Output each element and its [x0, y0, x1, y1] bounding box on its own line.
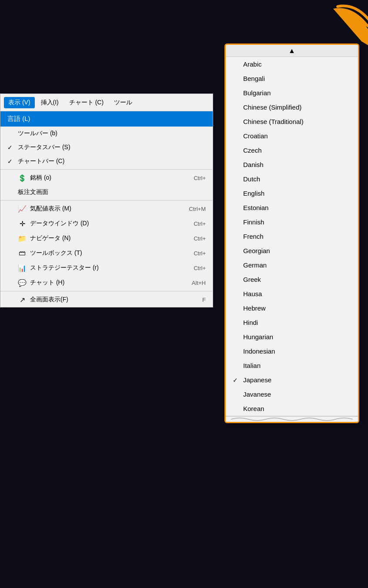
lang-label-24: Korean: [243, 405, 264, 412]
lang-item-hungarian[interactable]: Hungarian: [226, 330, 358, 344]
menu-item-market[interactable]: 📈 気配値表示 (M) Ctrl+M: [0, 201, 213, 216]
lang-check-22: ✓: [233, 377, 240, 384]
menu-item-chartbar[interactable]: ✓ チャートバー (C): [0, 154, 213, 168]
navigator-icon: 📁: [18, 234, 27, 243]
check-chartbar: ✓: [7, 158, 14, 165]
toolbox-label: ツールボックス (T): [30, 249, 82, 257]
strategy-label: ストラテジーテスター (r): [30, 264, 99, 272]
lang-label-20: Indonesian: [243, 347, 275, 355]
menu-bar-insert[interactable]: 挿入(I): [37, 97, 63, 108]
data-label: データウインドウ (D): [30, 220, 89, 227]
language-label: 言語 (L): [7, 115, 30, 123]
lang-item-bulgarian[interactable]: Bulgarian: [226, 86, 358, 100]
chat-label: チャット (H): [30, 279, 64, 287]
lang-item-croatian[interactable]: Croatian: [226, 129, 358, 143]
lang-item-georgian[interactable]: Georgian: [226, 244, 358, 258]
check-statusbar: ✓: [7, 144, 14, 151]
toolbox-shortcut: Ctrl+: [194, 250, 206, 257]
symbol-shortcut: Ctrl+: [194, 175, 206, 181]
menu-item-navigator[interactable]: 📁 ナビゲータ (N) Ctrl+: [0, 231, 213, 246]
menu-bar-view[interactable]: 表示 (V): [4, 97, 35, 108]
lang-label-8: Dutch: [243, 175, 260, 183]
statusbar-label: ステータスバー (S): [18, 144, 70, 151]
toolbar-label: ツールバー (b): [18, 130, 57, 137]
menu-item-fullscreen[interactable]: ↗ 全画面表示(F) F: [0, 292, 213, 307]
fullscreen-label: 全画面表示(F): [30, 296, 68, 304]
menu-item-board[interactable]: 板注文画面: [0, 185, 213, 199]
lang-label-14: German: [243, 261, 267, 269]
lang-label-21: Italian: [243, 362, 261, 369]
lang-item-dutch[interactable]: Dutch: [226, 172, 358, 186]
lang-item-italian[interactable]: Italian: [226, 358, 358, 373]
lang-label-11: Finnish: [243, 218, 264, 226]
menu-item-strategy[interactable]: 📊 ストラテジーテスター (r) Ctrl+: [0, 261, 213, 275]
menu-item-toolbox[interactable]: 🗃 ツールボックス (T) Ctrl+: [0, 246, 213, 261]
lang-label-17: Hebrew: [243, 304, 266, 312]
strategy-shortcut: Ctrl+: [194, 265, 206, 271]
lang-label-13: Georgian: [243, 247, 270, 254]
lang-item-japanese[interactable]: ✓Japanese: [226, 373, 358, 387]
navigator-shortcut: Ctrl+: [194, 235, 206, 242]
menu-item-statusbar[interactable]: ✓ ステータスバー (S): [0, 140, 213, 154]
toolbox-icon: 🗃: [18, 249, 27, 257]
language-dropdown: ▲ ArabicBengaliBulgarianChinese (Simplif…: [224, 43, 359, 423]
lang-item-hausa[interactable]: Hausa: [226, 287, 358, 301]
lang-label-5: Croatian: [243, 132, 268, 140]
board-label: 板注文画面: [18, 188, 48, 196]
lang-item-arabic[interactable]: Arabic: [226, 57, 358, 71]
menu-item-data[interactable]: ✛ データウインドウ (D) Ctrl+: [0, 216, 213, 231]
lang-item-greek[interactable]: Greek: [226, 272, 358, 287]
lang-item-finnish[interactable]: Finnish: [226, 215, 358, 229]
main-menu: 表示 (V) 挿入(I) チャート (C) ツール 言語 (L) ツールバー (…: [0, 94, 213, 307]
chat-shortcut: Alt+H: [192, 280, 206, 286]
scroll-up-icon: ▲: [288, 47, 295, 55]
menu-bar-tools[interactable]: ツール: [110, 97, 137, 108]
chartbar-label: チャートバー (C): [18, 157, 64, 165]
lang-label-9: English: [243, 190, 264, 197]
market-label: 気配値表示 (M): [30, 205, 71, 213]
lang-item-bengali[interactable]: Bengali: [226, 71, 358, 86]
chat-icon: 💬: [18, 278, 27, 287]
separator-2: [0, 200, 213, 200]
lang-label-2: Bulgarian: [243, 89, 271, 97]
lang-item-german[interactable]: German: [226, 258, 358, 272]
lang-item-danish[interactable]: Danish: [226, 157, 358, 172]
symbol-label: 銘柄 (o): [30, 174, 51, 182]
separator-3: [0, 291, 213, 291]
scroll-bottom-indicator: [226, 416, 358, 422]
lang-label-0: Arabic: [243, 60, 262, 68]
navigator-label: ナビゲータ (N): [30, 234, 70, 242]
lang-item-english[interactable]: English: [226, 186, 358, 200]
lang-item-javanese[interactable]: Javanese: [226, 387, 358, 401]
symbol-icon: 💲: [18, 174, 27, 182]
market-icon: 📈: [18, 204, 27, 213]
scroll-up-button[interactable]: ▲: [226, 45, 358, 57]
lang-label-16: Hausa: [243, 290, 262, 297]
lang-item-czech[interactable]: Czech: [226, 143, 358, 157]
lang-label-3: Chinese (Simplified): [243, 104, 301, 111]
language-list: ArabicBengaliBulgarianChinese (Simplifie…: [226, 57, 358, 416]
menu-bar: 表示 (V) 挿入(I) チャート (C) ツール: [0, 94, 213, 111]
lang-label-23: Javanese: [243, 391, 271, 398]
lang-item-chinese-traditional[interactable]: Chinese (Traditional): [226, 114, 358, 129]
lang-item-french[interactable]: French: [226, 229, 358, 244]
lang-item-chinese-simplified[interactable]: Chinese (Simplified): [226, 100, 358, 114]
lang-label-6: Czech: [243, 147, 262, 154]
menu-item-symbol[interactable]: 💲 銘柄 (o) Ctrl+: [0, 170, 213, 185]
lang-label-22: Japanese: [243, 376, 271, 384]
lang-label-10: Estonian: [243, 204, 268, 211]
lang-item-korean[interactable]: Korean: [226, 401, 358, 416]
fullscreen-shortcut: F: [202, 297, 206, 303]
separator-1: [0, 169, 213, 170]
lang-item-estonian[interactable]: Estonian: [226, 200, 358, 215]
lang-label-19: Hungarian: [243, 333, 273, 341]
lang-item-hebrew[interactable]: Hebrew: [226, 301, 358, 315]
menu-item-chat[interactable]: 💬 チャット (H) Alt+H: [0, 275, 213, 290]
lang-label-15: Greek: [243, 276, 261, 283]
menu-bar-chart[interactable]: チャート (C): [65, 97, 108, 108]
lang-item-hindi[interactable]: Hindi: [226, 315, 358, 330]
menu-item-language[interactable]: 言語 (L): [0, 111, 213, 127]
menu-item-toolbar[interactable]: ツールバー (b): [0, 127, 213, 140]
lang-item-indonesian[interactable]: Indonesian: [226, 344, 358, 358]
lang-label-7: Danish: [243, 161, 264, 168]
